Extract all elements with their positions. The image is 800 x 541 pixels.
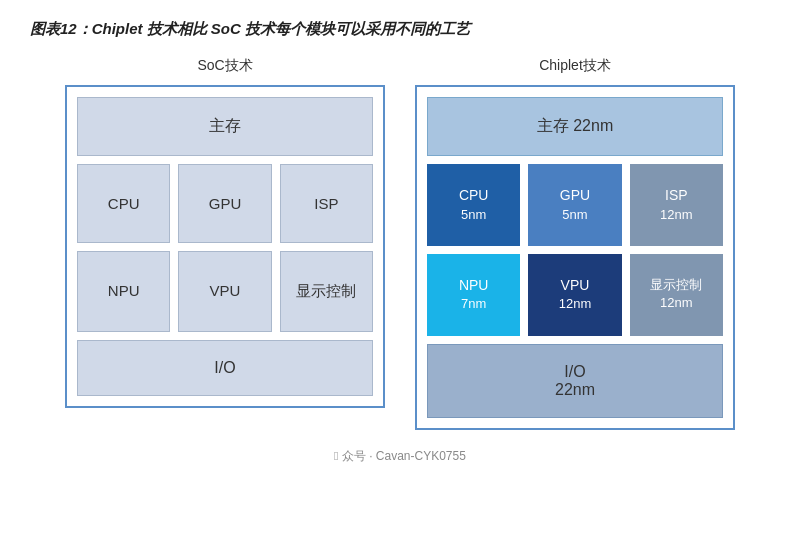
soc-io: I/O: [77, 340, 373, 396]
chiplet-label: Chiplet技术: [539, 57, 611, 75]
soc-cell-display: 显示控制: [280, 251, 373, 332]
soc-cell-gpu: GPU: [178, 164, 271, 243]
chiplet-cell-vpu: VPU 12nm: [528, 254, 621, 336]
chiplet-isp-node: 12nm: [638, 206, 715, 224]
soc-label: SoC技术: [197, 57, 252, 75]
chiplet-npu-node: 7nm: [435, 295, 512, 313]
chiplet-gpu-label: GPU: [560, 187, 590, 203]
chiplet-cpu-node: 5nm: [435, 206, 512, 224]
chiplet-section: Chiplet技术 主存 22nm CPU 5nm GPU 5nm ISP 12…: [415, 57, 735, 430]
chiplet-gpu-node: 5nm: [536, 206, 613, 224]
chiplet-isp-label: ISP: [665, 187, 688, 203]
watermark:  众号 · Cavan-CYK0755: [30, 448, 770, 465]
chiplet-cell-isp: ISP 12nm: [630, 164, 723, 246]
title: 图表12：Chiplet 技术相比 SoC 技术每个模块可以采用不同的工艺: [30, 20, 770, 39]
chiplet-vpu-label: VPU: [561, 277, 590, 293]
chiplet-io: I/O 22nm: [427, 344, 723, 418]
chiplet-display-label: 显示控制: [650, 277, 702, 292]
watermark-text: 众号 · Cavan-CYK0755: [342, 449, 466, 463]
soc-cell-isp: ISP: [280, 164, 373, 243]
chiplet-vpu-node: 12nm: [536, 295, 613, 313]
chiplet-grid-row2: NPU 7nm VPU 12nm 显示控制 12nm: [427, 254, 723, 336]
soc-cell-cpu: CPU: [77, 164, 170, 243]
chiplet-io-node: 22nm: [555, 381, 595, 398]
watermark-icon: : [334, 449, 338, 463]
diagrams-wrapper: SoC技术 主存 CPU GPU ISP NPU VPU 显示控制 I/O Ch…: [30, 57, 770, 430]
chiplet-main-mem: 主存 22nm: [427, 97, 723, 156]
chiplet-grid-row1: CPU 5nm GPU 5nm ISP 12nm: [427, 164, 723, 246]
chiplet-cell-npu: NPU 7nm: [427, 254, 520, 336]
chiplet-cell-gpu: GPU 5nm: [528, 164, 621, 246]
soc-grid-row2: NPU VPU 显示控制: [77, 251, 373, 332]
chiplet-display-node: 12nm: [638, 294, 715, 312]
soc-cell-vpu: VPU: [178, 251, 271, 332]
chiplet-cell-cpu: CPU 5nm: [427, 164, 520, 246]
soc-main-mem: 主存: [77, 97, 373, 156]
chiplet-cell-display: 显示控制 12nm: [630, 254, 723, 336]
chiplet-cpu-label: CPU: [459, 187, 489, 203]
soc-grid-row1: CPU GPU ISP: [77, 164, 373, 243]
soc-box: 主存 CPU GPU ISP NPU VPU 显示控制 I/O: [65, 85, 385, 408]
soc-cell-npu: NPU: [77, 251, 170, 332]
chiplet-io-label: I/O: [564, 363, 585, 380]
chiplet-npu-label: NPU: [459, 277, 489, 293]
chiplet-box: 主存 22nm CPU 5nm GPU 5nm ISP 12nm NPU: [415, 85, 735, 430]
soc-section: SoC技术 主存 CPU GPU ISP NPU VPU 显示控制 I/O: [65, 57, 385, 408]
